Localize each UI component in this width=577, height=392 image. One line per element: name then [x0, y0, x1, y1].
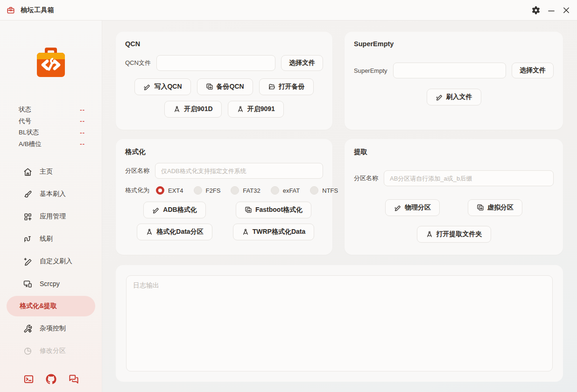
enable-901d-button[interactable]: 开启901D — [164, 101, 221, 118]
superempty-file-label: SuperEmpty — [354, 67, 387, 74]
close-icon[interactable] — [562, 6, 570, 14]
status-value: -- — [80, 106, 85, 113]
radio-icon — [271, 186, 279, 195]
status-label: 代号 — [19, 117, 31, 126]
cable-icon — [23, 235, 32, 244]
titlebar: 柚坛工具箱 — [0, 0, 577, 21]
pie-chart-icon — [23, 347, 32, 356]
radio-ntfs[interactable]: NTFS — [310, 186, 338, 195]
chat-icon[interactable] — [68, 374, 79, 385]
main-content: QCN QCN文件 选择文件 写入QCN — [102, 21, 577, 392]
format-as-label: 格式化为 — [125, 186, 149, 195]
sidebar-item-custom-flash[interactable]: 自定义刷入 — [0, 250, 102, 273]
status-value: -- — [80, 140, 85, 147]
app-logo — [33, 45, 69, 81]
superempty-card-title: SuperEmpty — [354, 40, 554, 48]
minimize-icon[interactable] — [547, 6, 556, 14]
button-label: 开启901D — [184, 105, 212, 113]
app-window: 柚坛工具箱 — [0, 0, 577, 392]
button-label: 虚拟分区 — [487, 203, 514, 212]
sidebar-item-edl-flash[interactable]: 线刷 — [0, 228, 102, 250]
radio-f2fs[interactable]: F2FS — [194, 186, 221, 195]
device-status: 状态 -- 代号 -- BL状态 -- A/B槽位 -- — [19, 104, 85, 150]
status-row: 状态 -- — [19, 104, 85, 116]
virtual-partition-button[interactable]: 虚拟分区 — [468, 199, 522, 216]
superempty-file-input[interactable] — [393, 63, 506, 78]
folder-open-icon — [268, 83, 275, 91]
compass-icon — [237, 105, 244, 113]
radio-fat32[interactable]: FAT32 — [231, 186, 260, 195]
twrp-format-data-button[interactable]: TWRP格式化Data — [233, 224, 315, 240]
pencil-icon — [143, 83, 151, 91]
sidebar-item-basic-flash[interactable]: 基本刷入 — [0, 183, 102, 205]
qcn-choose-file-button[interactable]: 选择文件 — [281, 55, 323, 71]
status-row: A/B槽位 -- — [19, 139, 85, 150]
radio-icon — [310, 186, 318, 195]
log-output[interactable] — [126, 275, 553, 371]
extract-partition-label: 分区名称 — [354, 174, 378, 182]
pencil-icon — [394, 204, 401, 211]
sidebar: 状态 -- 代号 -- BL状态 -- A/B槽位 -- — [0, 21, 102, 392]
sidebar-item-home[interactable]: 主页 — [0, 161, 102, 183]
qcn-card: QCN QCN文件 选择文件 写入QCN — [116, 32, 332, 130]
adb-format-button[interactable]: ADB格式化 — [143, 202, 205, 218]
sidebar-item-label: 杂项控制 — [40, 324, 66, 333]
extract-partition-input[interactable] — [384, 170, 554, 186]
button-label: 刷入文件 — [446, 93, 472, 101]
status-row: BL状态 -- — [19, 127, 85, 139]
button-label: 物理分区 — [405, 203, 431, 212]
status-value: -- — [80, 129, 85, 136]
compass-icon — [146, 228, 153, 236]
open-backup-button[interactable]: 打开备份 — [259, 78, 314, 95]
sidebar-item-modify-partition[interactable]: 修改分区 — [0, 340, 102, 362]
button-label: Fastboot格式化 — [255, 206, 303, 214]
grid-plus-icon — [23, 212, 32, 221]
write-qcn-button[interactable]: 写入QCN — [134, 78, 190, 95]
sidebar-item-misc-control[interactable]: 杂项控制 — [0, 317, 102, 340]
superempty-choose-file-button[interactable]: 选择文件 — [512, 63, 554, 78]
radio-label: FAT32 — [243, 187, 260, 194]
sidebar-item-label: Scrcpy — [40, 280, 60, 287]
wrench-gear-icon — [23, 324, 32, 333]
format-card-title: 格式化 — [125, 147, 323, 156]
button-label: 打开提取文件夹 — [436, 230, 482, 238]
sidebar-item-label: 主页 — [40, 168, 53, 176]
log-card — [116, 265, 563, 382]
settings-button[interactable] — [531, 6, 541, 15]
sidebar-item-scrcpy[interactable]: Scrcpy — [0, 273, 102, 295]
button-label: TWRP格式化Data — [253, 228, 306, 236]
format-partition-input[interactable] — [155, 163, 323, 179]
button-label: 格式化Data分区 — [156, 228, 203, 236]
fastboot-format-button[interactable]: Fastboot格式化 — [236, 202, 311, 218]
enable-9091-button[interactable]: 开启9091 — [228, 101, 284, 118]
compass-icon — [426, 231, 433, 238]
sidebar-item-label: 修改分区 — [40, 347, 66, 355]
status-row: 代号 -- — [19, 116, 85, 127]
format-data-button[interactable]: 格式化Data分区 — [137, 224, 212, 240]
radio-ext4[interactable]: EXT4 — [156, 186, 183, 195]
button-label: 备份QCN — [217, 83, 244, 91]
radio-label: NTFS — [322, 187, 338, 194]
physical-partition-button[interactable]: 物理分区 — [385, 199, 440, 216]
button-label: 选择文件 — [289, 59, 315, 67]
compass-icon — [173, 105, 181, 113]
toolbox-icon — [7, 6, 15, 14]
sidebar-item-label: 线刷 — [40, 235, 53, 243]
copy-icon — [245, 206, 252, 214]
qcn-file-input[interactable] — [156, 55, 275, 71]
qcn-card-title: QCN — [125, 40, 323, 48]
monitor-smartphone-icon — [23, 280, 32, 288]
radio-label: EXT4 — [168, 187, 183, 194]
copy-icon — [206, 83, 213, 91]
open-extract-folder-button[interactable]: 打开提取文件夹 — [417, 226, 491, 243]
button-label: 写入QCN — [154, 83, 182, 91]
sidebar-item-format-extract[interactable]: 格式化&提取 — [7, 296, 95, 316]
terminal-icon[interactable] — [23, 374, 34, 385]
status-label: 状态 — [19, 105, 31, 114]
sidebar-item-app-manage[interactable]: 应用管理 — [0, 205, 102, 228]
radio-exfat[interactable]: exFAT — [271, 186, 300, 195]
backup-qcn-button[interactable]: 备份QCN — [197, 78, 253, 95]
flash-file-button[interactable]: 刷入文件 — [427, 89, 481, 105]
format-as-group: 格式化为 EXT4 F2FS FAT32 ex — [125, 186, 323, 195]
github-icon[interactable] — [46, 374, 56, 385]
